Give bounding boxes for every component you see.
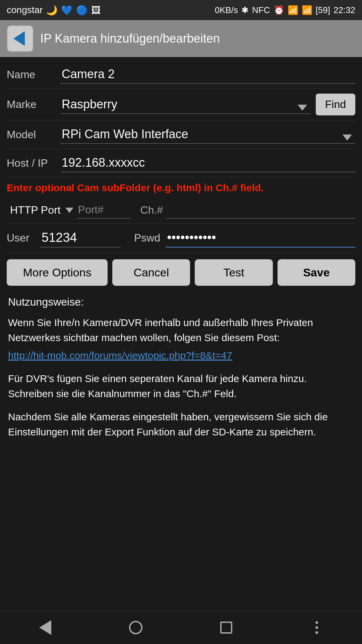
instructions-para3: Nachdem Sie alle Kameras eingestellt hab… bbox=[8, 409, 354, 439]
user-input[interactable] bbox=[40, 228, 121, 248]
bluetooth-icon: ✱ bbox=[241, 5, 249, 15]
instructions: Nutzungsweise: Wenn Sie Ihre/n Kamera/DV… bbox=[7, 292, 355, 451]
ch-input[interactable] bbox=[166, 202, 355, 219]
user-row: User Pswd bbox=[7, 224, 355, 253]
port-dropdown-arrow-icon[interactable] bbox=[65, 208, 73, 213]
model-dropdown-arrow-icon[interactable] bbox=[343, 135, 352, 141]
port-select-label[interactable]: HTTP Port bbox=[7, 202, 64, 218]
port-row: HTTP Port Ch.# bbox=[7, 197, 355, 224]
alarm-icon: ⏰ bbox=[274, 5, 284, 15]
nav-menu-icon bbox=[315, 621, 318, 634]
battery-label: [59] bbox=[316, 5, 330, 15]
form-area: Name Marke Find Model Host / IP Enter op… bbox=[0, 57, 362, 610]
nfc-label: NFC bbox=[252, 5, 270, 15]
cancel-button[interactable]: Cancel bbox=[112, 259, 190, 286]
nav-back-icon bbox=[39, 620, 51, 635]
moon-icon: 🌙 bbox=[46, 5, 58, 16]
carrier-label: congstar bbox=[7, 5, 43, 15]
nav-bar bbox=[0, 610, 362, 644]
name-row: Name bbox=[7, 60, 355, 89]
model-row: Model bbox=[7, 120, 355, 149]
health-icon: 💙 bbox=[61, 5, 73, 16]
model-input-wrapper bbox=[60, 125, 355, 144]
pswd-label: Pswd bbox=[134, 232, 160, 244]
status-left: congstar 🌙 💙 🔵 🖼 bbox=[7, 5, 101, 16]
marke-dropdown-arrow-icon[interactable] bbox=[298, 105, 307, 111]
instructions-link[interactable]: http://hit-mob.com/forums/viewtopic.php?… bbox=[8, 348, 354, 363]
nav-home-icon bbox=[129, 621, 142, 634]
model-input[interactable] bbox=[60, 125, 355, 144]
marke-row: Marke Find bbox=[7, 89, 355, 120]
test-button[interactable]: Test bbox=[195, 259, 273, 286]
user-icon: 🔵 bbox=[76, 5, 88, 16]
port-select-wrapper[interactable]: HTTP Port bbox=[7, 202, 73, 218]
back-arrow-icon bbox=[13, 31, 25, 46]
more-options-button[interactable]: More Options bbox=[7, 259, 108, 286]
nav-recent-icon bbox=[220, 622, 232, 634]
ch-label: Ch.# bbox=[140, 204, 163, 216]
port-input[interactable] bbox=[77, 202, 130, 219]
status-bar: congstar 🌙 💙 🔵 🖼 0KB/s ✱ NFC ⏰ 📶 📶 [59] … bbox=[0, 0, 362, 20]
save-button[interactable]: Save bbox=[278, 259, 355, 286]
warning-text: Enter optional Cam subFolder (e.g. html)… bbox=[7, 177, 355, 197]
status-right: 0KB/s ✱ NFC ⏰ 📶 📶 [59] 22:32 bbox=[215, 5, 355, 15]
buttons-row: More Options Cancel Test Save bbox=[7, 253, 355, 292]
instructions-title: Nutzungsweise: bbox=[8, 296, 354, 308]
nav-menu-button[interactable] bbox=[303, 614, 330, 641]
back-button[interactable] bbox=[7, 25, 34, 52]
instructions-para2: Für DVR's fügen Sie einen seperaten Kana… bbox=[8, 371, 354, 401]
title-bar: IP Kamera hinzufügen/bearbeiten bbox=[0, 20, 362, 57]
pswd-input[interactable] bbox=[166, 228, 355, 248]
find-button[interactable]: Find bbox=[316, 94, 355, 115]
user-label: User bbox=[7, 232, 40, 244]
name-label: Name bbox=[7, 68, 60, 81]
marke-label: Marke bbox=[7, 98, 60, 111]
nav-back-button[interactable] bbox=[32, 614, 59, 641]
nav-recent-button[interactable] bbox=[213, 614, 240, 641]
host-input[interactable] bbox=[60, 154, 355, 172]
speed-label: 0KB/s bbox=[215, 5, 238, 15]
instructions-para1: Wenn Sie Ihre/n Kamera/DVR inerhalb und … bbox=[8, 315, 354, 363]
host-row: Host / IP bbox=[7, 149, 355, 177]
image-icon: 🖼 bbox=[91, 5, 101, 16]
time-label: 22:32 bbox=[334, 5, 355, 15]
marke-input-wrapper bbox=[60, 95, 310, 114]
model-label: Model bbox=[7, 128, 60, 141]
wifi-icon: 📶 bbox=[288, 5, 298, 15]
host-label: Host / IP bbox=[7, 157, 60, 169]
name-input[interactable] bbox=[60, 65, 355, 84]
nav-home-button[interactable] bbox=[122, 614, 149, 641]
page-title: IP Kamera hinzufügen/bearbeiten bbox=[40, 32, 220, 46]
signal-icon: 📶 bbox=[302, 5, 312, 15]
marke-input[interactable] bbox=[60, 95, 310, 114]
